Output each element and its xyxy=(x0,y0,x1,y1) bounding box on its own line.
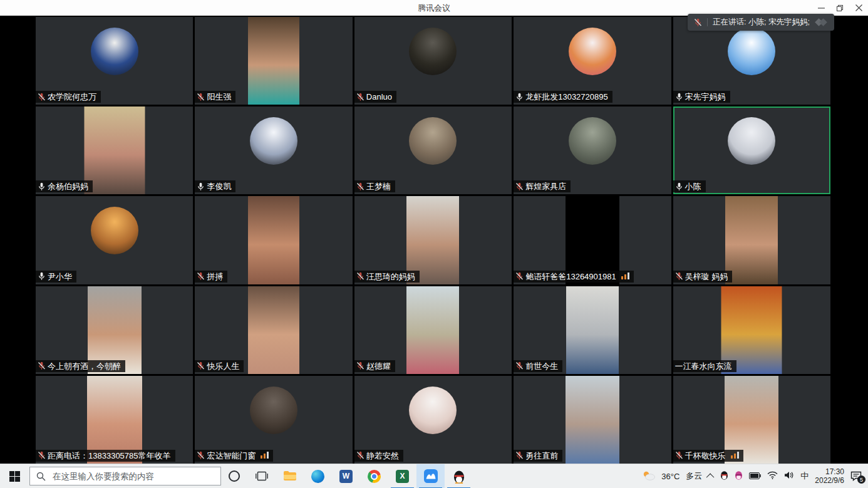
taskbar-app-task-view[interactable] xyxy=(247,464,276,488)
weather-icon[interactable] xyxy=(642,470,655,482)
participant-tile[interactable]: 今上朝有酒，今朝醉 xyxy=(36,286,193,374)
participant-tile[interactable]: 快乐人生 xyxy=(195,286,352,374)
participant-label: 辉煌家具店 xyxy=(514,180,571,192)
participant-tile[interactable]: 一江春水向东流 xyxy=(673,286,830,374)
network-signal-icon xyxy=(621,273,629,280)
participant-name: Danluo xyxy=(366,92,392,101)
mic-icon xyxy=(197,93,205,101)
participant-tile[interactable]: 阳生强 xyxy=(195,17,352,105)
mic-icon xyxy=(515,93,524,101)
participant-tile[interactable]: 前世今生 xyxy=(514,286,671,374)
participant-label: 鲍语轩爸爸13264901981 xyxy=(514,271,634,283)
participant-tile[interactable]: 距离电话：13833305785常年收羊 xyxy=(36,376,193,464)
mic-icon xyxy=(38,451,46,460)
participant-tile[interactable]: 汪思琦的妈妈 xyxy=(354,196,512,284)
participant-label: 宋先宇妈妈 xyxy=(673,91,730,103)
taskbar-app-qq[interactable] xyxy=(445,464,473,488)
action-center-button[interactable]: 5 xyxy=(850,471,862,481)
taskbar-app-edge[interactable] xyxy=(304,464,332,488)
participant-tile[interactable]: 静若安然 xyxy=(354,376,512,464)
participant-tile[interactable]: 辉煌家具店 xyxy=(514,106,671,194)
mic-icon xyxy=(515,272,524,281)
restore-button[interactable] xyxy=(830,0,849,16)
battery-icon[interactable] xyxy=(749,472,761,481)
participant-video xyxy=(725,196,778,284)
participant-name: 尹小华 xyxy=(48,272,72,281)
taskbar: WX 36°C 多云 中 17:30 2022/9/6 5 xyxy=(0,464,868,488)
participant-video xyxy=(728,28,775,75)
mic-icon xyxy=(197,361,205,370)
taskbar-search[interactable] xyxy=(29,467,221,485)
qq-tray-icon[interactable] xyxy=(720,470,728,482)
taskbar-app-file-explorer[interactable] xyxy=(276,464,304,488)
participant-video xyxy=(409,28,457,75)
restore-icon xyxy=(836,4,844,12)
participant-label: 余杨伯妈妈 xyxy=(36,180,93,192)
participant-tile[interactable]: Danluo xyxy=(354,17,512,105)
participant-tile[interactable]: 农学院何忠万 xyxy=(36,17,193,105)
participant-tile[interactable]: 鲍语轩爸爸13264901981 xyxy=(514,196,671,284)
participant-name: 李俊凯 xyxy=(207,182,231,191)
start-button[interactable] xyxy=(0,464,29,488)
ime-indicator[interactable]: 中 xyxy=(800,470,809,482)
participant-tile[interactable]: 吴梓璇 妈妈 xyxy=(673,196,830,284)
search-icon xyxy=(36,472,46,481)
participant-label: 汪思琦的妈妈 xyxy=(354,271,420,283)
taskbar-apps: WX xyxy=(247,464,473,488)
participant-tile[interactable]: 千杯敬快乐 xyxy=(673,376,830,464)
participant-name: 今上朝有酒，今朝醉 xyxy=(48,361,121,371)
participant-tile[interactable]: 龙虾批发13032720895 xyxy=(514,17,671,105)
mic-icon xyxy=(38,272,46,281)
clock-time: 17:30 xyxy=(825,467,844,476)
minimize-icon xyxy=(818,4,825,11)
taskbar-clock[interactable]: 17:30 2022/9/6 xyxy=(815,467,844,485)
weather-temperature[interactable]: 36°C xyxy=(661,472,679,481)
participant-tile[interactable]: 勇往直前 xyxy=(514,376,671,464)
close-button[interactable] xyxy=(849,0,868,16)
participant-tile[interactable]: 赵德耀 xyxy=(354,286,512,374)
taskbar-app-chrome[interactable] xyxy=(360,464,388,488)
meeting-watermark-icon xyxy=(816,19,826,25)
participant-name: 距离电话：13833305785常年收羊 xyxy=(48,451,171,460)
cortana-button[interactable] xyxy=(221,464,247,488)
wifi-icon[interactable] xyxy=(767,471,778,481)
speaking-toast: 正在讲话: 小陈; 宋先宇妈妈; xyxy=(688,14,834,31)
taskbar-app-excel[interactable]: X xyxy=(388,464,416,488)
taskbar-app-tencent-meeting[interactable] xyxy=(416,464,445,488)
search-input[interactable] xyxy=(51,471,214,482)
participant-name: 快乐人生 xyxy=(207,361,239,371)
participant-name: 鲍语轩爸爸13264901981 xyxy=(525,272,616,281)
mic-icon xyxy=(675,93,683,101)
participant-label: 静若安然 xyxy=(354,450,403,462)
participant-name: 汪思琦的妈妈 xyxy=(366,272,415,281)
volume-icon[interactable] xyxy=(784,471,794,481)
tray-expand-chevron-icon[interactable] xyxy=(706,473,715,481)
mic-icon xyxy=(38,93,46,101)
participant-name: 前世今生 xyxy=(525,361,558,371)
participant-name: 勇往直前 xyxy=(525,451,558,460)
participant-label: 龙虾批发13032720895 xyxy=(514,91,612,103)
participant-video xyxy=(91,28,138,75)
participant-label: 小陈 xyxy=(673,180,706,192)
speaking-mic-icon xyxy=(694,18,702,27)
mic-icon xyxy=(197,182,205,191)
system-tray: 36°C 多云 中 17:30 2022/9/6 5 xyxy=(642,467,868,485)
qq-pink-tray-icon[interactable] xyxy=(735,470,743,482)
participant-name: 宋先宇妈妈 xyxy=(685,92,726,101)
participant-tile[interactable]: 余杨伯妈妈 xyxy=(36,106,193,194)
participant-label: 快乐人生 xyxy=(195,360,244,372)
participant-tile[interactable]: 小陈 xyxy=(673,106,830,194)
weather-condition[interactable]: 多云 xyxy=(686,470,702,482)
participant-tile[interactable]: 宏达智能门窗 xyxy=(195,376,352,464)
minimize-button[interactable] xyxy=(812,0,830,16)
mic-icon xyxy=(38,361,46,370)
participant-video xyxy=(406,286,459,374)
participant-tile[interactable]: 拼搏 xyxy=(195,196,352,284)
participant-tile[interactable]: 李俊凯 xyxy=(195,106,352,194)
participant-tile[interactable]: 尹小华 xyxy=(36,196,193,284)
network-signal-icon xyxy=(261,452,269,459)
taskbar-app-word[interactable]: W xyxy=(332,464,360,488)
participant-tile[interactable]: 王梦楠 xyxy=(354,106,512,194)
mic-icon xyxy=(515,361,524,370)
meeting-stage: 农学院何忠万 阳生强 Danluo 龙虾批发13032720895 xyxy=(0,16,868,464)
